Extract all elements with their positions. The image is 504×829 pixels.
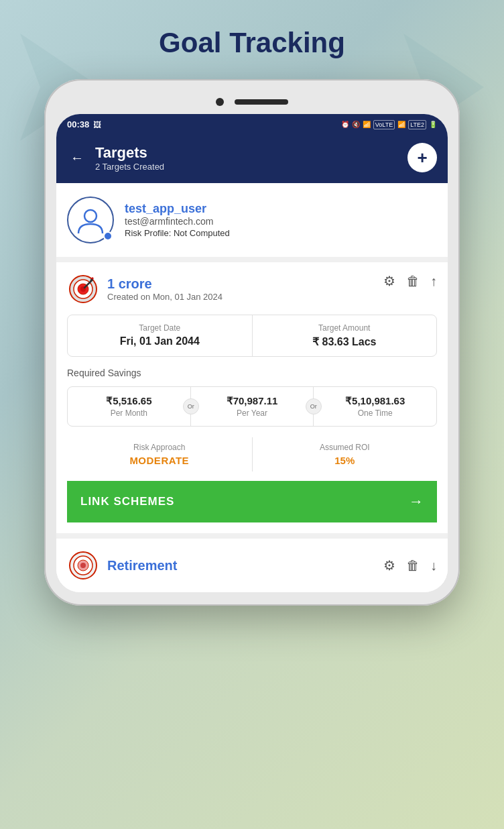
user-name: test_app_user [125,202,230,216]
mute-icon: 🔇 [352,121,360,128]
add-target-button[interactable]: + [407,143,437,172]
avatar-container [67,197,114,243]
link-schemes-label: LINK SCHEMES [80,495,174,508]
signal2-icon: LTE2 [408,120,426,129]
svg-point-2 [84,210,97,222]
svg-point-13 [80,563,86,568]
delete-icon-1[interactable]: 🗑 [406,274,420,289]
phone-speaker [235,99,288,105]
or-badge-1: Or [183,398,199,414]
status-icons: ⏰ 🔇 📶 VoLTE 📶 LTE2 🔋 [341,120,437,129]
goal-created-1: Created on Mon, 01 Jan 2024 [107,292,223,302]
alarm-icon: ⏰ [341,121,349,128]
battery-icon: 🔋 [429,121,437,128]
avatar-dot [103,231,113,241]
risk-approach-value: MODERATE [72,455,247,466]
phone-top-bar [56,93,448,114]
header-subtitle: 2 Targets Created [95,162,164,172]
page-title: Goal Tracking [159,27,345,59]
delete-icon-2[interactable]: 🗑 [406,558,420,573]
assumed-roi-label: Assumed ROI [258,443,432,452]
goal-icon-1 [67,273,99,305]
settings-icon-1[interactable]: ⚙ [383,273,395,289]
back-button[interactable]: ← [67,148,87,168]
savings-yearly-period: Per Year [196,408,308,418]
goal-card-2: Retirement ⚙ 🗑 ↓ [56,539,448,592]
status-time: 00:38 [67,119,89,129]
target-amount-value: ₹ 83.63 Lacs [263,335,426,348]
savings-onetime: ₹5,10,981.63 One Time [314,387,436,426]
goal-card-1: 1 crore Created on Mon, 01 Jan 2024 ⚙ 🗑 … [56,262,448,539]
savings-monthly-amount: ₹5,516.65 [73,395,185,407]
goal-header-2: Retirement ⚙ 🗑 ↓ [67,549,437,582]
target-grid-1: Target Date Fri, 01 Jan 2044 Target Amou… [67,315,437,357]
target-date-cell: Target Date Fri, 01 Jan 2044 [68,315,253,356]
person-icon [76,205,105,235]
goal-name-1: 1 crore [107,276,223,292]
status-photo-icon: 🖼 [93,120,101,129]
savings-onetime-amount: ₹5,10,981.63 [319,395,431,407]
status-bar: 00:38 🖼 ⏰ 🔇 📶 VoLTE 📶 LTE2 🔋 [56,114,448,135]
target-date-label: Target Date [78,323,241,333]
settings-icon-2[interactable]: ⚙ [383,557,395,573]
goal-name-2: Retirement [107,558,177,573]
savings-yearly-amount: ₹70,987.11 [196,395,308,407]
assumed-roi-value: 15% [258,455,432,466]
volte-icon: VoLTE [373,120,395,129]
or-badge-2: Or [306,398,322,414]
link-schemes-button[interactable]: LINK SCHEMES → [67,481,437,522]
savings-grid: ₹5,516.65 Per Month Or ₹70,987.11 Per Ye… [67,386,437,427]
goal-header-1: 1 crore Created on Mon, 01 Jan 2024 ⚙ 🗑 … [67,273,437,305]
goal-actions-2: ⚙ 🗑 ↓ [383,557,437,573]
savings-onetime-period: One Time [319,408,431,418]
down-icon-2[interactable]: ↓ [430,558,437,573]
phone-camera [216,98,224,106]
target-amount-label: Target Amount [263,323,426,333]
user-profile: test_app_user test@armfintech.com Risk P… [56,183,448,262]
risk-approach-label: Risk Approach [72,443,247,452]
savings-yearly: ₹70,987.11 Per Year [191,387,314,426]
signal1-icon: 📶 [397,121,405,128]
phone-screen: 00:38 🖼 ⏰ 🔇 📶 VoLTE 📶 LTE2 🔋 ← Targets 2… [56,114,448,592]
risk-cell: Risk Approach MODERATE [67,437,253,472]
target-amount-cell: Target Amount ₹ 83.63 Lacs [253,315,437,356]
phone-mockup: 00:38 🖼 ⏰ 🔇 📶 VoLTE 📶 LTE2 🔋 ← Targets 2… [44,79,460,606]
required-savings-label: Required Savings [67,368,437,378]
up-icon-1[interactable]: ↑ [430,274,437,289]
goal-actions-1: ⚙ 🗑 ↑ [383,273,437,289]
header-title: Targets [95,144,164,162]
user-risk-profile: Risk Profile: Not Computed [125,228,230,238]
app-header: ← Targets 2 Targets Created + [56,135,448,183]
wifi-icon: 📶 [363,121,371,128]
savings-monthly-period: Per Month [73,408,185,418]
goal-icon-2 [67,549,99,582]
user-info: test_app_user test@armfintech.com Risk P… [125,202,230,238]
link-schemes-arrow-icon: → [409,493,424,510]
roi-cell: Assumed ROI 15% [253,437,438,472]
user-email: test@armfintech.com [125,216,230,227]
target-date-value: Fri, 01 Jan 2044 [78,335,241,347]
risk-roi-row: Risk Approach MODERATE Assumed ROI 15% [67,437,437,472]
savings-monthly: ₹5,516.65 Per Month [68,387,191,426]
